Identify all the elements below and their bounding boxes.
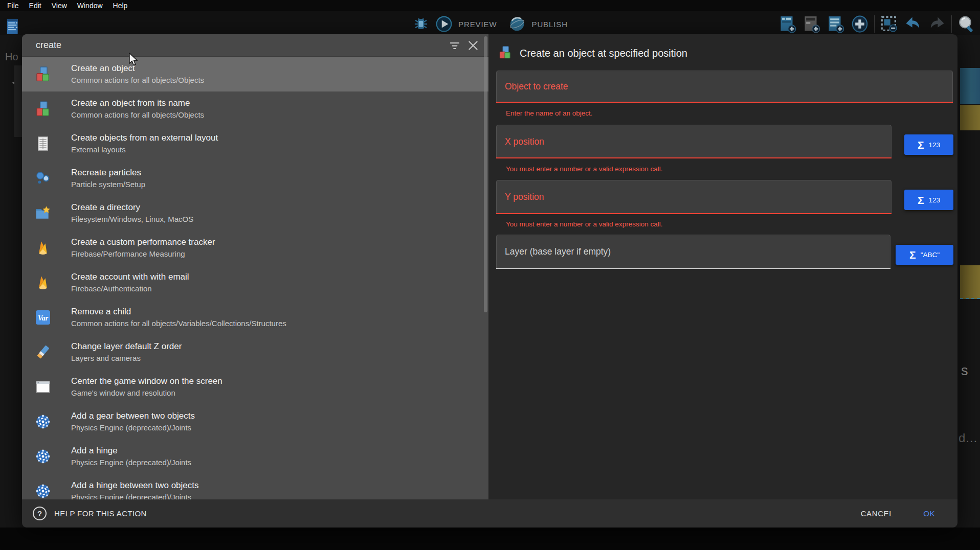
layer-field[interactable] bbox=[496, 235, 890, 269]
cancel-button[interactable]: CANCEL bbox=[858, 509, 897, 518]
background-thumbnail-teal bbox=[960, 68, 980, 104]
search-header bbox=[22, 34, 488, 57]
action-result-item[interactable]: Create objects from an external layoutEx… bbox=[22, 126, 488, 161]
action-result-item[interactable]: VarRemove a childCommon actions for all … bbox=[22, 300, 488, 335]
layer-expression-builder-button[interactable]: Σ "ABC" bbox=[896, 245, 953, 265]
toggle-events-icon[interactable] bbox=[879, 14, 899, 34]
filter-icon[interactable] bbox=[446, 36, 464, 55]
action-result-item[interactable]: Create a custom performance trackerFireb… bbox=[22, 231, 488, 265]
result-title: Add a hinge bbox=[71, 446, 191, 456]
add-subevent-icon[interactable] bbox=[802, 14, 821, 34]
x-expression-builder-button[interactable]: Σ 123 bbox=[904, 134, 953, 155]
sigma-icon: Σ bbox=[909, 249, 916, 260]
action-header: Create an object at specified position bbox=[498, 45, 687, 61]
result-subtitle: External layouts bbox=[71, 145, 218, 154]
objects-cubes-icon bbox=[34, 100, 52, 118]
project-manager-icon[interactable] bbox=[4, 17, 21, 35]
toolbar-right-icons bbox=[778, 14, 976, 34]
particles-icon bbox=[34, 170, 52, 187]
physics-joint-icon bbox=[34, 413, 52, 430]
gdevelop-window: FileEditViewWindowHelp PREVIEW PUBLISH H… bbox=[0, 0, 980, 550]
help-button[interactable]: ? HELP FOR THIS ACTION bbox=[33, 507, 147, 520]
background-thumbnail-gold bbox=[960, 105, 980, 130]
action-result-item[interactable]: Create account with with emailFirebase/A… bbox=[22, 265, 488, 300]
action-result-item[interactable]: Add a hinge between two objectsPhysics E… bbox=[22, 474, 488, 499]
search-input[interactable] bbox=[35, 39, 446, 51]
redo-icon[interactable] bbox=[927, 14, 947, 34]
preview-button[interactable]: PREVIEW bbox=[458, 20, 497, 29]
result-subtitle: Physics Engine (deprecated)/Joints bbox=[71, 493, 199, 499]
background-text-fragment: d… bbox=[959, 431, 977, 445]
objects-cubes-icon bbox=[34, 65, 52, 83]
object-helper-text: Enter the name of an object. bbox=[506, 109, 593, 117]
layer-input[interactable] bbox=[497, 235, 890, 268]
object-to-create-input[interactable] bbox=[497, 71, 952, 102]
result-subtitle: Physics Engine (deprecated)/Joints bbox=[71, 423, 195, 432]
background-thumbnail-gold-selected bbox=[960, 265, 980, 299]
action-result-item[interactable]: Recreate particlesParticle system/Setup bbox=[22, 161, 488, 196]
toolbar-separator bbox=[874, 15, 875, 33]
result-title: Remove a child bbox=[71, 307, 286, 317]
menu-item-view[interactable]: View bbox=[47, 0, 72, 11]
x-error-text: You must enter a number or a valid expre… bbox=[506, 165, 662, 173]
result-subtitle: Game's window and resolution bbox=[71, 388, 222, 398]
undo-icon[interactable] bbox=[903, 14, 923, 34]
action-results-list: Create an objectCommon actions for all o… bbox=[22, 57, 488, 499]
variable-var-icon: Var bbox=[34, 309, 52, 326]
firebase-flame-icon bbox=[34, 274, 52, 291]
close-icon[interactable] bbox=[464, 36, 482, 55]
result-title: Create a custom performance tracker bbox=[71, 237, 215, 247]
x-position-input[interactable] bbox=[497, 125, 891, 158]
result-subtitle: Particle system/Setup bbox=[71, 180, 145, 189]
action-result-item[interactable]: Change layer default Z orderLayers and c… bbox=[22, 335, 488, 370]
folder-new-icon bbox=[34, 204, 52, 222]
list-scrollbar[interactable] bbox=[484, 36, 487, 312]
search-icon[interactable] bbox=[956, 14, 976, 34]
external-layout-icon bbox=[34, 135, 52, 152]
menu-item-file[interactable]: File bbox=[2, 0, 24, 11]
x-position-field[interactable] bbox=[496, 125, 892, 158]
add-comment-icon[interactable] bbox=[826, 14, 845, 34]
instruction-editor-dialog: Create an objectCommon actions for all o… bbox=[22, 34, 957, 528]
menu-item-help[interactable]: Help bbox=[108, 0, 133, 11]
action-result-item[interactable]: Create a directoryFilesystem/Windows, Li… bbox=[22, 196, 488, 231]
physics-joint-icon bbox=[34, 483, 52, 499]
result-title: Change layer default Z order bbox=[71, 341, 182, 352]
add-new-icon[interactable] bbox=[850, 14, 870, 34]
result-title: Recreate particles bbox=[71, 168, 145, 178]
preview-play-icon[interactable] bbox=[435, 15, 453, 33]
action-result-item[interactable]: Create an object from its nameCommon act… bbox=[22, 91, 488, 126]
background-text-fragment: s bbox=[961, 363, 968, 379]
toolbar-separator bbox=[951, 15, 952, 33]
menu-bar: FileEditViewWindowHelp bbox=[0, 0, 980, 11]
result-subtitle: Firebase/Authentication bbox=[71, 284, 189, 293]
action-parameters-pane: Create an object at specified position E… bbox=[488, 34, 957, 499]
object-to-create-field[interactable] bbox=[496, 71, 953, 103]
result-subtitle: Common actions for all objects/Objects bbox=[71, 110, 204, 120]
add-event-icon[interactable] bbox=[778, 14, 797, 34]
publish-button[interactable]: PUBLISH bbox=[531, 20, 568, 29]
y-error-text: You must enter a number or a valid expre… bbox=[506, 220, 662, 228]
dialog-footer: ? HELP FOR THIS ACTION CANCEL OK bbox=[22, 499, 957, 528]
publish-sphere-icon[interactable] bbox=[508, 15, 526, 33]
menu-item-window[interactable]: Window bbox=[72, 0, 108, 11]
background-panel-edge bbox=[14, 65, 22, 137]
y-position-input[interactable] bbox=[497, 180, 891, 214]
firebase-flame-icon bbox=[34, 239, 52, 257]
result-title: Create objects from an external layout bbox=[71, 133, 218, 143]
home-tab-clipped: Ho bbox=[5, 51, 18, 63]
menu-item-edit[interactable]: Edit bbox=[24, 0, 47, 11]
y-position-field[interactable] bbox=[496, 180, 892, 214]
y-expression-builder-button[interactable]: Σ 123 bbox=[904, 190, 953, 210]
background-bottom bbox=[0, 528, 980, 550]
ok-button[interactable]: OK bbox=[920, 509, 938, 518]
action-result-item[interactable]: Create an objectCommon actions for all o… bbox=[22, 57, 488, 91]
debug-icon[interactable] bbox=[412, 15, 430, 33]
action-result-item[interactable]: Center the game window on the screenGame… bbox=[22, 370, 488, 404]
action-result-item[interactable]: Add a hingePhysics Engine (deprecated)/J… bbox=[22, 439, 488, 474]
sigma-icon: Σ bbox=[918, 140, 924, 150]
physics-joint-icon bbox=[34, 448, 52, 465]
result-title: Create an object from its name bbox=[71, 98, 204, 108]
action-result-item[interactable]: Add a gear between two objectsPhysics En… bbox=[22, 404, 488, 439]
result-title: Center the game window on the screen bbox=[71, 376, 222, 386]
